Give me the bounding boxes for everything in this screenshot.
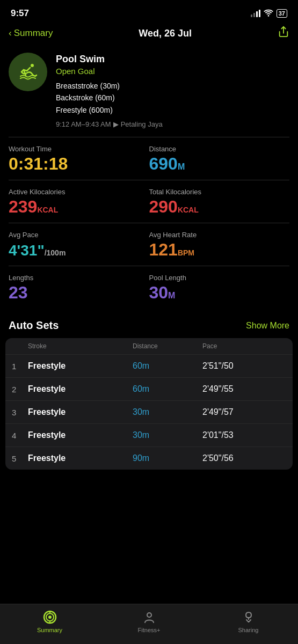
tab-bar: Summary Fitness+ Sharing (0, 604, 298, 644)
svg-point-1 (31, 64, 34, 67)
stat-value-active-kcal: 239KCAL (9, 198, 149, 215)
status-bar: 9:57 37 (0, 0, 298, 24)
stat-value-workout-time: 0:31:18 (9, 155, 149, 172)
auto-sets-title: Auto Sets (9, 319, 59, 332)
workout-info: Pool Swim Open Goal Breaststroke (30m) B… (56, 53, 289, 128)
wifi-icon (264, 9, 273, 18)
stat-lengths: Lengths 23 (9, 274, 149, 301)
tab-summary[interactable]: Summary (0, 610, 99, 633)
stat-avg-hr: Avg Heart Rate 121BPM (149, 231, 290, 258)
table-row: 3 Freestyle 30m 2'49"/57 (5, 401, 293, 424)
stats-row-3: Lengths 23 Pool Length 30M (9, 266, 289, 309)
svg-point-7 (147, 613, 151, 617)
show-more-button[interactable]: Show More (246, 321, 289, 331)
stat-value-avg-pace: 4'31"/100m (9, 241, 149, 258)
workout-icon (9, 53, 47, 91)
chevron-left-icon: ‹ (9, 28, 12, 39)
back-button[interactable]: ‹ Summary (9, 28, 53, 39)
auto-sets-header: Auto Sets Show More (0, 309, 298, 338)
summary-icon (42, 610, 57, 625)
share-button[interactable] (278, 26, 289, 41)
sets-col-stroke-header: Stroke (28, 342, 133, 350)
stat-label-avg-pace: Avg Pace (9, 231, 149, 239)
stats-row-0: Workout Time 0:31:18 Distance 690M (9, 137, 289, 180)
nav-title: Wed, 26 Jul (139, 28, 192, 39)
workout-time-location: 9:12 AM–9:43 AM ▶ Petaling Jaya (56, 120, 289, 128)
status-icons: 37 (251, 9, 287, 18)
stat-label-pool-length: Pool Length (149, 274, 290, 282)
table-row: 4 Freestyle 30m 2'01"/53 (5, 424, 293, 447)
stat-workout-time: Workout Time 0:31:18 (9, 145, 149, 172)
sets-table-header: Stroke Distance Pace (5, 338, 293, 355)
stat-label-total-kcal: Total Kilocalories (149, 188, 290, 196)
sharing-icon (241, 610, 256, 625)
stroke-3: Freestyle (600m) (56, 104, 289, 116)
svg-point-4 (48, 616, 52, 619)
tab-fitness-label: Fitness+ (138, 627, 161, 633)
table-row: 5 Freestyle 90m 2'50"/56 (5, 447, 293, 470)
stat-pool-length: Pool Length 30M (149, 274, 290, 301)
stat-label-avg-hr: Avg Heart Rate (149, 231, 290, 239)
table-row: 1 Freestyle 60m 2'51"/50 (5, 355, 293, 378)
fitness-icon (142, 610, 157, 625)
stat-value-total-kcal: 290KCAL (149, 198, 290, 215)
stat-value-avg-hr: 121BPM (149, 241, 290, 258)
stroke-1: Breaststroke (30m) (56, 80, 289, 92)
workout-strokes: Breaststroke (30m) Backstroke (60m) Free… (56, 80, 289, 116)
stat-label-lengths: Lengths (9, 274, 149, 282)
workout-time-range: 9:12 AM–9:43 AM (56, 120, 111, 128)
stats-row-1: Active Kilocalories 239KCAL Total Kiloca… (9, 180, 289, 223)
tab-sharing[interactable]: Sharing (199, 610, 298, 633)
status-time: 9:57 (11, 8, 29, 19)
stat-label-active-kcal: Active Kilocalories (9, 188, 149, 196)
stat-active-kcal: Active Kilocalories 239KCAL (9, 188, 149, 215)
stat-distance: Distance 690M (149, 145, 290, 172)
table-row: 2 Freestyle 60m 2'49"/55 (5, 378, 293, 401)
stat-value-pool-length: 30M (149, 284, 290, 301)
stat-total-kcal: Total Kilocalories 290KCAL (149, 188, 290, 215)
nav-bar: ‹ Summary Wed, 26 Jul (0, 24, 298, 46)
sets-table: Stroke Distance Pace 1 Freestyle 60m 2'5… (5, 338, 293, 470)
workout-type: Pool Swim (56, 54, 289, 65)
stat-label-workout-time: Workout Time (9, 145, 149, 153)
stat-value-distance: 690M (149, 155, 290, 172)
stat-value-lengths: 23 (9, 284, 149, 301)
tab-summary-label: Summary (37, 627, 62, 633)
battery-icon: 37 (277, 9, 287, 18)
tab-sharing-label: Sharing (238, 627, 259, 633)
workout-header: Pool Swim Open Goal Breaststroke (30m) B… (0, 46, 298, 137)
back-label: Summary (14, 28, 53, 39)
location-icon: ▶ (113, 120, 119, 128)
stat-label-distance: Distance (149, 145, 290, 153)
signal-icon (251, 10, 260, 17)
sets-col-dist-header: Distance (133, 342, 202, 350)
stats-row-2: Avg Pace 4'31"/100m Avg Heart Rate 121BP… (9, 223, 289, 266)
workout-goal: Open Goal (56, 67, 289, 76)
workout-location: Petaling Jaya (121, 120, 163, 128)
stroke-2: Backstroke (60m) (56, 92, 289, 104)
stat-avg-pace: Avg Pace 4'31"/100m (9, 231, 149, 258)
tab-fitness[interactable]: Fitness+ (99, 610, 199, 633)
stats-section: Workout Time 0:31:18 Distance 690M Activ… (0, 137, 298, 309)
sets-col-pace-header: Pace (202, 342, 286, 350)
